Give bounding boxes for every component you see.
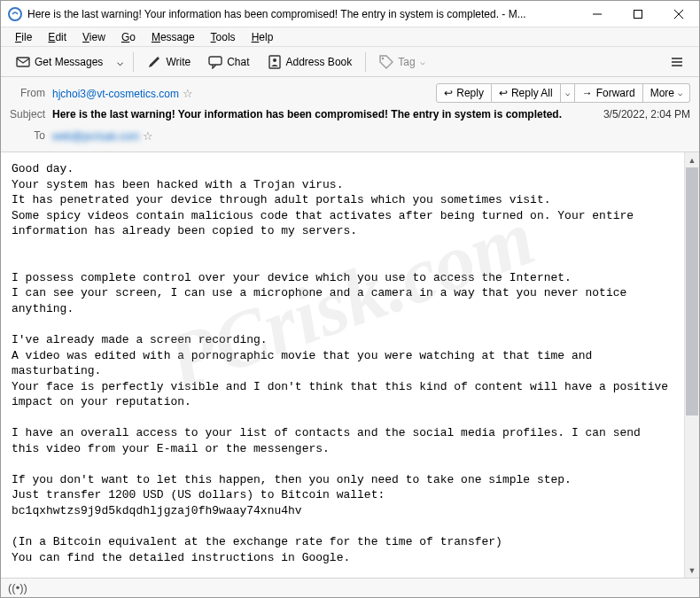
address-book-icon (268, 55, 282, 69)
close-button[interactable] (658, 1, 699, 27)
toolbar-separator (365, 52, 366, 72)
chevron-down-icon: ⌵ (565, 89, 570, 97)
address-book-button[interactable]: Address Book (260, 50, 361, 74)
from-label: From (10, 87, 52, 99)
message-body[interactable]: Good day. Your system has been hacked wi… (1, 152, 684, 578)
message-body-wrap: Good day. Your system has been hacked wi… (1, 152, 699, 578)
subject-label: Subject (10, 108, 52, 120)
svg-point-8 (273, 58, 276, 62)
reply-all-icon: ↩ (499, 87, 508, 99)
chevron-down-icon: ⌵ (420, 57, 425, 66)
forward-button[interactable]: →Forward (575, 83, 643, 103)
download-icon (16, 55, 30, 69)
svg-rect-5 (17, 58, 29, 66)
to-label: To (10, 129, 52, 142)
get-messages-button[interactable]: Get Messages (8, 50, 111, 74)
svg-point-0 (9, 8, 21, 20)
chevron-down-icon: ⌵ (117, 56, 123, 68)
from-value[interactable]: hjchoi3@vt-cosmetics.com☆ (52, 87, 436, 100)
write-button[interactable]: Write (139, 50, 198, 74)
reply-all-button[interactable]: ↩Reply All (492, 83, 561, 103)
toolbar: Get Messages ⌵ Write Chat Address Book T… (1, 47, 699, 77)
toolbar-separator (133, 52, 134, 72)
statusbar: ((•)) (1, 578, 699, 597)
scroll-down-icon[interactable]: ▼ (685, 563, 699, 578)
message-header: From hjchoi3@vt-cosmetics.com☆ ↩Reply ↩R… (1, 77, 699, 152)
tag-label: Tag (398, 56, 415, 68)
maximize-button[interactable] (618, 1, 658, 27)
hamburger-menu-button[interactable] (662, 50, 692, 74)
vertical-scrollbar[interactable]: ▲ ▼ (684, 152, 699, 578)
hamburger-icon (670, 55, 684, 69)
menu-go[interactable]: Go (114, 29, 143, 45)
to-value[interactable]: web@pcrisak.com☆ (52, 129, 690, 143)
message-date: 3/5/2022, 2:04 PM (595, 108, 690, 120)
write-label: Write (166, 56, 191, 68)
more-button[interactable]: More ⌵ (643, 83, 690, 103)
star-icon[interactable]: ☆ (143, 129, 153, 143)
menu-edit[interactable]: Edit (41, 29, 74, 45)
subject-value: Here is the last warning! Your informati… (52, 108, 595, 120)
chat-label: Chat (227, 56, 249, 68)
svg-rect-6 (209, 57, 222, 65)
svg-point-9 (382, 57, 384, 58)
get-messages-label: Get Messages (35, 56, 103, 68)
chat-button[interactable]: Chat (200, 50, 257, 74)
menubar: File Edit View Go Message Tools Help (1, 27, 699, 47)
reply-button[interactable]: ↩Reply (436, 83, 492, 103)
scroll-up-icon[interactable]: ▲ (685, 152, 699, 167)
chevron-down-icon: ⌵ (678, 89, 682, 97)
menu-file[interactable]: File (8, 29, 39, 45)
get-messages-dropdown[interactable]: ⌵ (113, 51, 128, 73)
chat-icon (208, 55, 222, 69)
star-icon[interactable]: ☆ (183, 87, 193, 100)
scroll-thumb[interactable] (686, 167, 698, 415)
email-window: Here is the last warning! Your informati… (0, 0, 700, 598)
pencil-icon (147, 55, 161, 69)
reply-all-dropdown[interactable]: ⌵ (561, 83, 575, 103)
menu-help[interactable]: Help (245, 29, 281, 45)
message-actions: ↩Reply ↩Reply All ⌵ →Forward More ⌵ (436, 83, 690, 103)
menu-tools[interactable]: Tools (204, 29, 243, 45)
remote-content-icon[interactable]: ((•)) (8, 581, 27, 594)
svg-rect-2 (634, 11, 642, 19)
address-book-label: Address Book (286, 56, 353, 68)
menu-message[interactable]: Message (144, 29, 202, 45)
forward-icon: → (582, 87, 593, 99)
titlebar: Here is the last warning! Your informati… (1, 1, 699, 27)
tag-icon (379, 55, 393, 69)
minimize-button[interactable] (577, 1, 618, 27)
app-icon (8, 7, 22, 21)
window-title: Here is the last warning! Your informati… (27, 8, 577, 20)
window-controls (577, 1, 699, 27)
tag-button[interactable]: Tag ⌵ (371, 50, 432, 74)
menu-view[interactable]: View (75, 29, 113, 45)
reply-icon: ↩ (444, 87, 453, 99)
